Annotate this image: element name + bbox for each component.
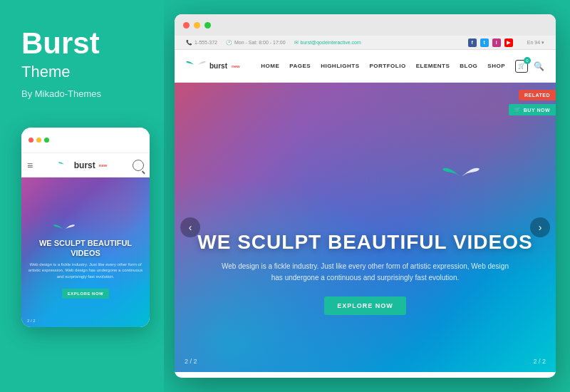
nav-home[interactable]: HOME	[261, 63, 279, 69]
hero-next-button[interactable]: ›	[530, 217, 550, 237]
hero-body-text: Web design is a fickle industry. Just li…	[216, 261, 515, 284]
bird-icon	[58, 160, 71, 170]
hero-smoke-effect	[175, 83, 556, 372]
cart-icon[interactable]: 🛒 0	[515, 60, 528, 73]
email-icon: ✉	[294, 40, 299, 46]
instagram-icon[interactable]: i	[492, 38, 501, 47]
topbar-social-icons: f t i ▶	[468, 38, 513, 47]
hero-page-indicator-left: 2 / 2	[185, 358, 197, 365]
topbar-phone: 📞 1-555-372	[186, 40, 217, 46]
hamburger-icon[interactable]: ≡	[27, 160, 33, 171]
desktop-nav-links: HOME PAGES HIGHLIGHTS PORTFOLIO ELEMENTS…	[261, 63, 505, 69]
nav-elements[interactable]: ELEMENTS	[416, 63, 450, 69]
desktop-logo-badge: new	[232, 64, 240, 68]
desktop-hero: WE SCULPT BEAUTIFUL VIDEOS Web design is…	[175, 83, 556, 372]
mobile-hero-bird-icon	[53, 222, 75, 238]
chrome-dot-red	[183, 22, 190, 29]
theme-subtitle: Theme	[21, 63, 70, 81]
chrome-dot-green	[204, 22, 211, 29]
nav-shop[interactable]: SHOP	[487, 63, 505, 69]
mobile-text-block: WE SCULPT BEAUTIFUL VIDEOS Web design is…	[21, 239, 150, 299]
desktop-logo-text: burst	[209, 62, 227, 70]
topbar-hours: 🕐 Mon - Sat: 8:00 - 17:00	[226, 40, 286, 46]
mobile-logo-text: burst	[74, 160, 95, 170]
hero-bird-icon	[442, 164, 480, 191]
mobile-hero-body: Web design is a fickle industry. Just li…	[27, 262, 144, 279]
cart-badge: 0	[524, 57, 531, 64]
nav-blog[interactable]: BLOG	[460, 63, 477, 69]
mobile-hero-bg: WE SCULPT BEAUTIFUL VIDEOS Web design is…	[21, 177, 150, 327]
nav-pages[interactable]: PAGES	[289, 63, 311, 69]
left-panel: Burst Theme By Mikado-Themes ≡ burst	[0, 0, 164, 392]
desktop-logo: burst new	[186, 59, 240, 73]
twitter-icon[interactable]: t	[480, 38, 489, 47]
facebook-icon[interactable]: f	[468, 38, 477, 47]
hero-prev-button[interactable]: ‹	[180, 217, 200, 237]
desktop-nav: burst new HOME PAGES HIGHLIGHTS PORTFOLI…	[175, 50, 556, 83]
mobile-logo-badge: new	[99, 163, 108, 167]
mobile-chrome-bar	[21, 128, 150, 153]
nav-highlights[interactable]: HIGHLIGHTS	[321, 63, 359, 69]
desktop-topbar: 📞 1-555-372 🕐 Mon - Sat: 8:00 - 17:00 ✉ …	[175, 36, 556, 50]
hero-explore-button[interactable]: EXPLORE NOW	[324, 296, 406, 315]
mobile-search-icon[interactable]	[133, 160, 144, 171]
nav-icons: 🛒 0 🔍	[515, 60, 544, 73]
mobile-traffic-lights	[28, 138, 49, 143]
theme-title: Burst	[21, 29, 100, 58]
clock-icon: 🕐	[226, 40, 232, 46]
language-selector[interactable]: En 94 ▾	[527, 40, 544, 46]
desktop-chrome-bar	[175, 14, 556, 36]
cart-small-icon: 🛒	[514, 107, 522, 113]
chrome-dot-yellow	[194, 22, 200, 29]
phone-icon: 📞	[186, 40, 192, 46]
mobile-logo: burst new	[58, 160, 108, 170]
mobile-dot-green	[44, 138, 49, 143]
float-buy-button[interactable]: 🛒 BUY NOW	[509, 104, 556, 115]
desktop-mockup: 📞 1-555-372 🕐 Mon - Sat: 8:00 - 17:00 ✉ …	[175, 14, 556, 378]
mobile-mockup: ≡ burst new	[21, 128, 150, 327]
mobile-explore-button[interactable]: EXPLORE NOW	[62, 289, 110, 299]
mobile-hero-content: WE SCULPT BEAUTIFUL VIDEOS Web design is…	[21, 177, 150, 327]
right-panel: 📞 1-555-372 🕐 Mon - Sat: 8:00 - 17:00 ✉ …	[164, 0, 570, 392]
mobile-page-indicator: 2 / 2	[27, 319, 36, 323]
topbar-email: ✉ burst@qodeinteractive.com	[294, 40, 361, 46]
mobile-hero-title: WE SCULPT BEAUTIFUL VIDEOS	[27, 239, 144, 257]
hero-page-indicator-right: 2 / 2	[533, 358, 546, 365]
mobile-dot-yellow	[36, 138, 41, 143]
hero-background: WE SCULPT BEAUTIFUL VIDEOS Web design is…	[175, 83, 556, 372]
hero-text-block: WE SCULPT BEAUTIFUL VIDEOS Web design is…	[175, 231, 556, 315]
hero-title: WE SCULPT BEAUTIFUL VIDEOS	[189, 231, 542, 254]
youtube-icon[interactable]: ▶	[504, 38, 513, 47]
mobile-logo-bar: ≡ burst new	[21, 153, 150, 177]
theme-author: By Mikado-Themes	[21, 88, 101, 99]
search-icon[interactable]: 🔍	[534, 61, 544, 71]
nav-portfolio[interactable]: PORTFOLIO	[369, 63, 405, 69]
float-related-button[interactable]: RELATED	[519, 90, 556, 100]
mobile-dot-red	[28, 138, 33, 143]
desktop-bird-icon	[186, 59, 206, 73]
